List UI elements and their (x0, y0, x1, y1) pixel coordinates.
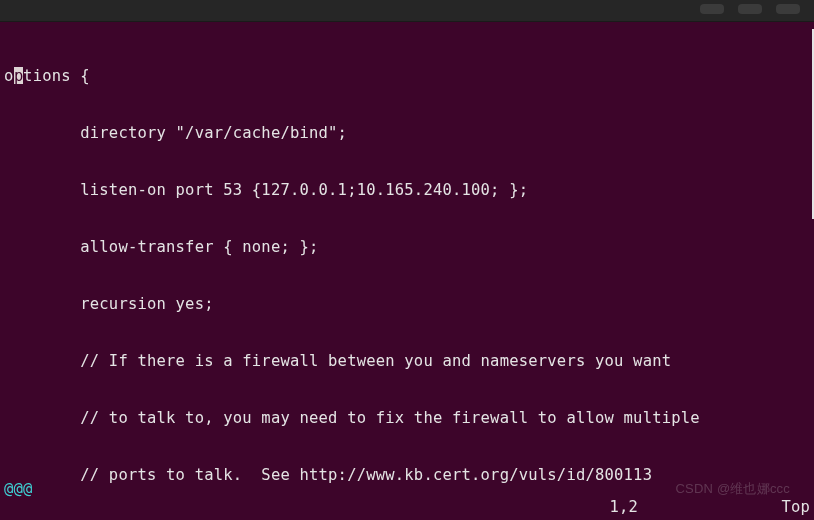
status-mode: @@@ (4, 480, 33, 499)
editor-content[interactable]: opptions { directory "/var/cache/bind"; … (0, 29, 787, 520)
text: o (4, 67, 14, 85)
text: tions { (23, 67, 90, 85)
window-control-min[interactable] (700, 4, 724, 14)
status-cursor-pos: 1,2 (609, 498, 638, 517)
code-line: recursion yes; (0, 295, 787, 314)
window-control-max[interactable] (738, 4, 762, 14)
cursor-char: p (14, 67, 24, 86)
window-controls (700, 4, 800, 14)
code-line: listen-on port 53 {127.0.0.1;10.165.240.… (0, 181, 787, 200)
code-line: directory "/var/cache/bind"; (0, 124, 787, 143)
window-titlebar (0, 0, 814, 22)
terminal-viewport[interactable]: opptions { directory "/var/cache/bind"; … (0, 22, 814, 520)
code-line: opptions { (0, 67, 787, 86)
code-line: // ports to talk. See http://www.kb.cert… (0, 466, 787, 485)
status-scroll-pos: Top (781, 498, 810, 517)
code-line: // If there is a firewall between you an… (0, 352, 787, 371)
window-control-close[interactable] (776, 4, 800, 14)
code-line: allow-transfer { none; }; (0, 238, 787, 257)
code-line: // to talk to, you may need to fix the f… (0, 409, 787, 428)
watermark-text: CSDN @维也娜ccc (675, 479, 790, 498)
